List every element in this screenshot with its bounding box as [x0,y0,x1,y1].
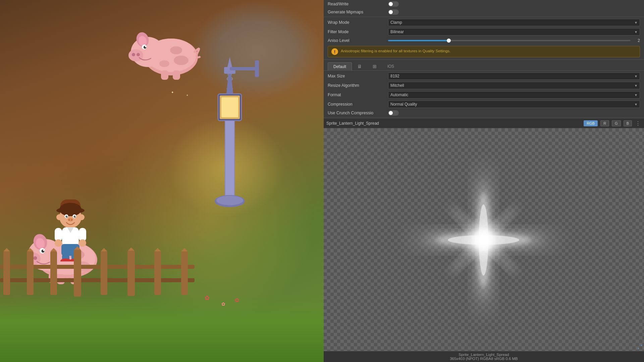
crunch-compression-value [388,110,640,116]
channel-g-btn[interactable]: G [612,120,621,126]
resize-algorithm-dropdown[interactable]: Mitchell ▼ [388,82,640,89]
svg-point-27 [145,46,146,47]
texture-preview-name: Sprite_Lantern_Light_Spread [326,121,581,126]
max-size-value: 8192 ▼ [388,72,640,80]
svg-rect-15 [230,67,257,70]
svg-rect-16 [255,60,259,77]
svg-point-23 [132,53,135,56]
grid-icon: ⊞ [373,64,377,69]
svg-point-60 [68,219,70,221]
read-write-toggle[interactable] [388,1,399,7]
wrap-mode-arrow: ▼ [634,21,638,24]
crunch-compression-knob [389,111,393,115]
texture-info-bar: Sprite_Lantern_Light_Spread 365x403 (NPO… [324,351,644,362]
wrap-mode-dropdown[interactable]: Clamp ▼ [388,19,640,26]
generate-mipmaps-row: Generate Mipmaps [324,8,644,16]
aniso-slider-thumb[interactable] [447,39,451,43]
wrap-mode-label: Wrap Mode [328,20,388,25]
compression-dropdown[interactable]: Normal Quality ▼ [388,101,640,108]
tab-ios[interactable]: iOS [382,62,399,70]
compression-row: Compression Normal Quality ▼ [324,100,644,109]
format-row: Format Automatic ▼ [324,90,644,100]
filter-mode-row: Filter Mode Bilinear ▼ [324,27,644,37]
filter-mode-label: Filter Mode [328,29,388,34]
more-options-btn[interactable]: ⋮ [635,120,641,127]
read-write-value [388,1,640,7]
svg-point-58 [75,216,76,217]
svg-marker-86 [50,248,57,251]
tab-grid[interactable]: ⊞ [367,62,382,70]
svg-rect-79 [74,250,81,297]
format-value: Automatic ▼ [388,91,640,99]
pig-top [127,27,201,80]
svg-marker-87 [74,246,81,250]
generate-mipmaps-label: Generate Mipmaps [328,10,388,14]
channel-b-btn[interactable]: B [624,120,632,126]
compression-value: Normal Quality ▼ [388,101,640,108]
aniso-level-value: 2 [388,38,640,43]
svg-point-22 [128,49,143,61]
svg-point-57 [67,216,68,217]
aniso-slider-track[interactable] [388,40,631,41]
channel-rgb-btn[interactable]: RGB [584,120,598,126]
channel-r-btn[interactable]: R [600,120,609,126]
generate-mipmaps-knob [389,10,393,14]
svg-marker-88 [101,248,107,251]
tab-default[interactable]: Default [328,62,352,71]
svg-marker-89 [128,247,135,251]
svg-point-3 [216,196,243,205]
warning-text: Anisotropic filtering is enabled for all… [341,48,450,54]
fence [0,245,201,312]
divider-1 [324,17,644,17]
platform-tabs: Default 🖥 ⊞ iOS [324,62,644,71]
read-write-row: Read/Write [324,0,644,8]
svg-marker-84 [3,248,10,251]
resize-algorithm-row: Resize Algorithm Mitchell ▼ [324,81,644,90]
compression-arrow: ▼ [634,103,638,106]
max-size-label: Max Size [328,74,388,78]
game-viewport: ✦ ✦ ✿ ✿ ✿ [0,0,324,362]
svg-point-29 [174,56,189,65]
read-write-knob [389,2,393,6]
svg-point-62 [56,214,62,220]
svg-rect-76 [3,251,10,295]
svg-rect-82 [154,251,161,295]
format-dropdown[interactable]: Automatic ▼ [388,91,640,99]
texture-info-name: Sprite_Lantern_Light_Spread [326,353,641,357]
max-size-arrow: ▼ [634,74,638,78]
monitor-icon: 🖥 [357,64,362,69]
crunch-compression-toggle[interactable] [388,110,399,116]
texture-preview-canvas [324,128,644,351]
format-arrow: ▼ [634,93,638,97]
svg-rect-80 [101,251,107,295]
resize-algorithm-label: Resize Algorithm [328,83,388,88]
aniso-warning-box: ! Anisotropic filtering is enabled for a… [328,46,640,57]
generate-mipmaps-toggle[interactable] [388,9,399,15]
texture-info-details: 365x403 (NPOT) RGBA8 sRGB 0.6 MB [326,357,641,361]
inspector-scrollable[interactable]: Read/Write Generate Mipmaps Wrap Mode [324,0,644,362]
inspector-panel: Read/Write Generate Mipmaps Wrap Mode [324,0,644,362]
aniso-slider-fill [388,40,449,41]
tab-default-label: Default [333,64,346,69]
tab-monitor[interactable]: 🖥 [352,62,367,70]
svg-point-63 [78,214,85,220]
max-size-dropdown[interactable]: 8192 ▼ [388,72,640,80]
filter-mode-value: Bilinear ▼ [388,28,640,36]
wrap-mode-selected: Clamp [390,20,402,25]
filter-mode-dropdown[interactable]: Bilinear ▼ [388,28,640,36]
svg-marker-91 [181,248,188,251]
crunch-compression-label: Use Crunch Compressio [328,111,388,115]
svg-rect-81 [127,251,135,296]
svg-point-52 [59,203,82,216]
wrap-mode-value: Clamp ▼ [388,19,640,26]
svg-rect-77 [27,251,34,295]
resize-algorithm-selected: Mitchell [390,83,404,88]
format-selected: Automatic [390,93,408,97]
generate-mipmaps-value [388,9,640,15]
wrap-mode-row: Wrap Mode Clamp ▼ [324,18,644,27]
divider-3 [324,118,644,118]
warning-icon: ! [331,48,338,55]
resize-icon [637,344,643,350]
aniso-slider-value: 2 [633,38,640,43]
svg-marker-85 [27,248,34,251]
